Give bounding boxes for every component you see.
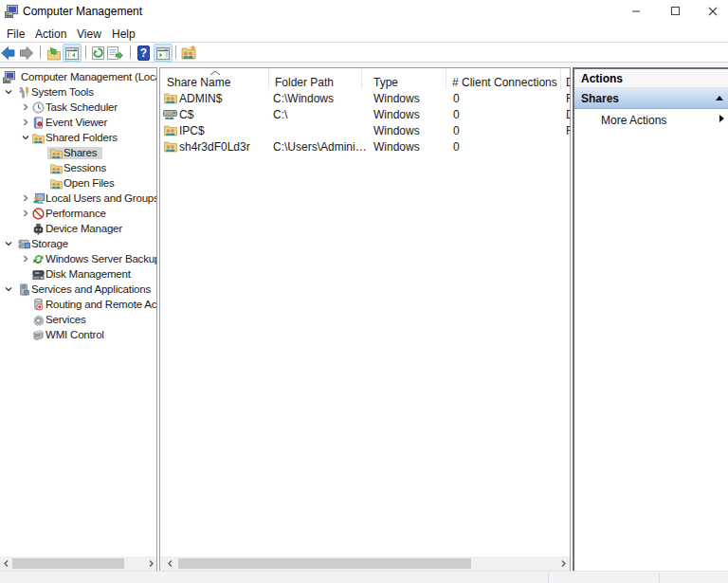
svg-text:?: ? — [140, 46, 147, 60]
